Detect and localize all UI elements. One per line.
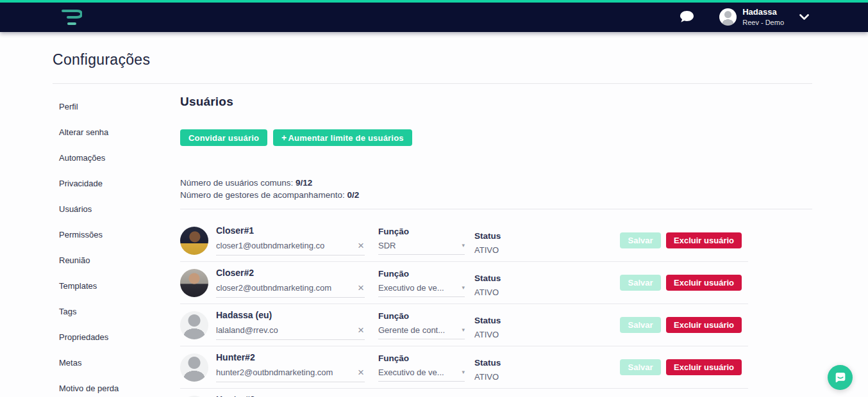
user-avatar-placeholder xyxy=(180,311,208,339)
sidebar-item-metas[interactable]: Metas xyxy=(53,350,180,375)
sidebar-item-automacoes[interactable]: Automações xyxy=(53,145,180,170)
user-name: Closer#2 xyxy=(216,268,365,278)
status-label: Status xyxy=(474,231,533,241)
delete-user-button[interactable]: Excluir usuário xyxy=(666,317,742,333)
role-select[interactable]: Executivo de ve... ▾ xyxy=(378,283,465,297)
status-value: ATIVO xyxy=(474,330,533,339)
clear-email-icon[interactable]: × xyxy=(357,282,365,293)
status-value: ATIVO xyxy=(474,245,533,255)
email-input[interactable] xyxy=(216,283,357,293)
managers-counter: Número de gestores de acompanhamento: 0/… xyxy=(180,189,812,201)
sidebar-item-templates[interactable]: Templates xyxy=(53,273,180,298)
user-avatar-placeholder xyxy=(180,353,208,382)
user-identity: Closer#2 × xyxy=(216,268,365,298)
sidebar-item-tags[interactable]: Tags xyxy=(53,298,180,324)
reev-logo[interactable] xyxy=(60,8,82,27)
clear-email-icon[interactable]: × xyxy=(357,367,365,378)
save-button[interactable]: Salvar xyxy=(620,317,661,333)
status-label: Status xyxy=(474,358,533,368)
status-label: Status xyxy=(474,316,533,325)
user-avatar xyxy=(180,269,208,297)
status-column: Status ATIVO xyxy=(474,316,533,339)
status-column: Status ATIVO xyxy=(474,231,533,255)
user-row: Hadassa (eu) × Função Gerente de cont...… xyxy=(180,304,748,346)
sidebar-item-propriedades[interactable]: Propriedades xyxy=(53,324,180,350)
sidebar-item-motivo-de-perda[interactable]: Motivo de perda xyxy=(53,375,180,397)
status-label: Status xyxy=(474,273,533,283)
common-users-counter: Número de usuários comuns: 9/12 xyxy=(180,177,812,189)
caret-down-icon: ▾ xyxy=(462,369,465,375)
user-row: Closer#1 × Função SDR ▾ Status ATIVO xyxy=(180,220,748,262)
role-label: Função xyxy=(378,311,465,321)
sidebar-item-privacidade[interactable]: Privacidade xyxy=(53,170,180,196)
user-list: Closer#1 × Função SDR ▾ Status ATIVO xyxy=(180,209,748,397)
status-column: Status ATIVO xyxy=(474,358,533,382)
role-column: Função Gerente de cont... ▾ xyxy=(378,311,465,339)
sidebar-item-permissoes[interactable]: Permissões xyxy=(53,222,180,247)
invite-user-button[interactable]: Convidar usuário xyxy=(180,129,267,146)
sidebar-item-alterar-senha[interactable]: Alterar senha xyxy=(53,119,180,145)
managers-counter-value: 0/2 xyxy=(347,190,359,200)
users-heading: Usuários xyxy=(180,95,812,109)
sidebar-item-reuniao[interactable]: Reunião xyxy=(53,247,180,273)
status-value: ATIVO xyxy=(474,372,533,382)
role-label: Função xyxy=(378,353,465,363)
top-navbar: Hadassa Reev - Demo xyxy=(0,0,868,32)
role-select[interactable]: Executivo de ve... ▾ xyxy=(378,368,465,382)
chevron-down-icon[interactable] xyxy=(799,14,809,20)
role-select[interactable]: SDR ▾ xyxy=(378,241,465,255)
email-input[interactable] xyxy=(216,325,357,335)
settings-sidebar: Perfil Alterar senha Automações Privacid… xyxy=(53,84,180,397)
intercom-chat-button[interactable] xyxy=(828,365,853,390)
save-button[interactable]: Salvar xyxy=(620,359,661,375)
delete-user-button[interactable]: Excluir usuário xyxy=(666,275,742,291)
navbar-user-org: Reev - Demo xyxy=(742,19,784,27)
delete-user-button[interactable]: Excluir usuário xyxy=(666,232,742,248)
role-value: Executivo de ve... xyxy=(378,368,459,377)
email-input[interactable] xyxy=(216,368,357,377)
role-select[interactable]: Gerente de cont... ▾ xyxy=(378,325,465,339)
user-row: Closer#2 × Função Executivo de ve... ▾ S… xyxy=(180,262,748,304)
role-column: Função Executivo de ve... ▾ xyxy=(378,269,465,297)
email-field: × xyxy=(216,367,365,382)
common-users-counter-value: 9/12 xyxy=(296,178,312,188)
row-actions: Salvar Excluir usuário xyxy=(620,232,742,248)
caret-down-icon: ▾ xyxy=(462,327,465,333)
user-identity: Hadassa (eu) × xyxy=(216,310,365,340)
page-title: Configurações xyxy=(53,51,868,69)
user-identity: Closer#1 × xyxy=(216,225,365,255)
navbar-avatar[interactable] xyxy=(719,8,737,26)
settings-content: Perfil Alterar senha Automações Privacid… xyxy=(0,84,868,397)
email-field: × xyxy=(216,282,365,298)
user-row: Hunter#2 × Função Executivo de ve... ▾ S… xyxy=(180,346,748,389)
status-value: ATIVO xyxy=(474,288,533,297)
save-button[interactable]: Salvar xyxy=(620,232,661,248)
chat-bubble-icon xyxy=(833,371,847,384)
caret-down-icon: ▾ xyxy=(462,284,465,291)
user-identity: Hunter#2 × xyxy=(216,352,365,382)
chat-icon[interactable] xyxy=(678,10,695,25)
role-value: SDR xyxy=(378,241,459,250)
users-actions: Convidar usuário + Aumentar limite de us… xyxy=(180,129,812,146)
role-label: Função xyxy=(378,269,465,279)
navbar-user-name: Hadassa xyxy=(742,8,784,17)
role-label: Função xyxy=(378,227,465,236)
sidebar-item-perfil[interactable]: Perfil xyxy=(53,93,180,119)
row-actions: Salvar Excluir usuário xyxy=(620,317,742,333)
clear-email-icon[interactable]: × xyxy=(357,325,365,336)
email-field: × xyxy=(216,325,365,340)
clear-email-icon[interactable]: × xyxy=(357,240,365,251)
user-name: Hunter#3 xyxy=(216,394,365,397)
increase-user-limit-button[interactable]: + Aumentar limite de usuários xyxy=(273,129,412,146)
navbar-right-cluster: Hadassa Reev - Demo xyxy=(678,8,868,27)
sidebar-item-usuarios[interactable]: Usuários xyxy=(53,196,180,222)
email-input[interactable] xyxy=(216,241,357,250)
user-name: Hunter#2 xyxy=(216,352,365,362)
row-actions: Salvar Excluir usuário xyxy=(620,275,742,291)
email-field: × xyxy=(216,240,365,255)
caret-down-icon: ▾ xyxy=(462,242,465,248)
delete-user-button[interactable]: Excluir usuário xyxy=(666,359,742,375)
managers-counter-label: Número de gestores de acompanhamento: xyxy=(180,190,347,200)
save-button[interactable]: Salvar xyxy=(620,275,661,291)
users-panel: Usuários Convidar usuário + Aumentar lim… xyxy=(180,84,812,397)
